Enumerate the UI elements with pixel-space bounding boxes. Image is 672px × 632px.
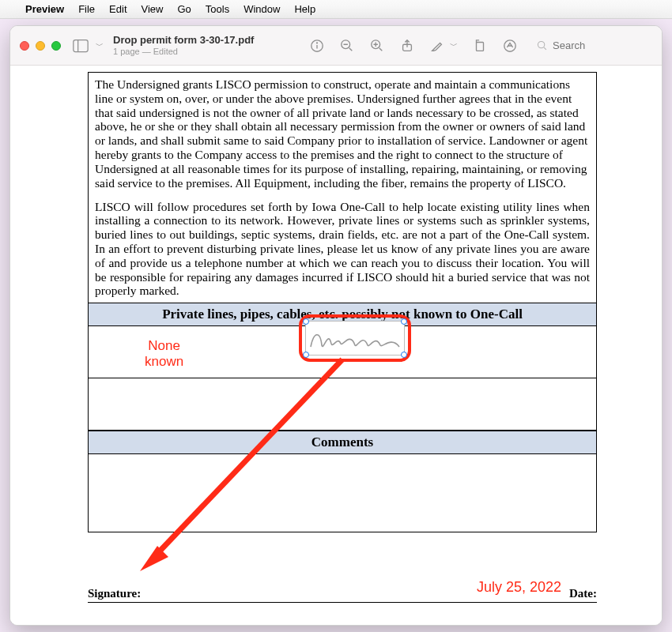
svg-point-15 <box>538 41 544 47</box>
document-viewport[interactable]: The Undersigned grants LISCO permission … <box>10 66 662 625</box>
resize-handle-bl[interactable] <box>303 352 309 358</box>
menu-help[interactable]: Help <box>294 3 315 15</box>
search-field[interactable] <box>532 37 652 54</box>
date-label: Date: <box>569 587 597 600</box>
signature-label: Signature: <box>88 587 141 600</box>
svg-line-6 <box>349 47 353 51</box>
signature-image[interactable] <box>305 321 405 356</box>
svg-marker-18 <box>140 546 168 571</box>
comments-header: Comments <box>89 431 596 454</box>
share-icon[interactable] <box>399 38 415 54</box>
titlebar: ﹀ Drop permit form 3-30-17.pdf 1 page — … <box>10 26 662 66</box>
signature-annotation-selected[interactable] <box>299 314 411 362</box>
pdf-page: The Undersigned grants LISCO permission … <box>18 66 654 625</box>
traffic-lights <box>20 41 61 51</box>
svg-line-16 <box>544 47 546 50</box>
permission-paragraph-1: The Undersigned grants LISCO permission … <box>89 73 596 195</box>
rotate-icon[interactable] <box>472 38 488 54</box>
markup-icon[interactable] <box>502 38 518 54</box>
zoom-out-icon[interactable] <box>339 38 355 54</box>
menu-window[interactable]: Window <box>244 3 280 15</box>
resize-handle-tl[interactable] <box>303 318 309 325</box>
highlight-icon[interactable] <box>429 38 445 54</box>
resize-handle-br[interactable] <box>401 352 407 358</box>
permission-paragraph-2: LISCO will follow procedures set forth b… <box>89 195 596 303</box>
private-lines-row-2 <box>89 378 596 431</box>
toolbar: ﹀ <box>309 37 652 54</box>
menu-edit[interactable]: Edit <box>109 3 126 15</box>
search-icon <box>537 40 548 51</box>
zoom-in-icon[interactable] <box>369 38 385 54</box>
document-subtitle: 1 page — Edited <box>113 47 263 57</box>
sidebar-options-chevron-icon[interactable]: ﹀ <box>96 40 104 51</box>
info-icon[interactable] <box>309 38 325 54</box>
comments-row <box>89 454 596 532</box>
form-table: The Undersigned grants LISCO permission … <box>88 72 597 532</box>
svg-line-9 <box>379 47 383 51</box>
menu-view[interactable]: View <box>142 3 164 15</box>
svg-point-4 <box>317 42 318 43</box>
macos-menubar: Preview File Edit View Go Tools Window H… <box>0 0 672 19</box>
zoom-window-button[interactable] <box>51 41 61 51</box>
resize-handle-tr[interactable] <box>401 318 407 325</box>
svg-rect-13 <box>477 42 484 51</box>
menu-file[interactable]: File <box>78 3 95 15</box>
document-title-block: Drop permit form 3-30-17.pdf 1 page — Ed… <box>113 35 263 57</box>
document-title: Drop permit form 3-30-17.pdf <box>113 35 263 47</box>
app-menu[interactable]: Preview <box>25 3 64 15</box>
search-input[interactable] <box>553 40 647 51</box>
menu-tools[interactable]: Tools <box>206 3 229 15</box>
close-window-button[interactable] <box>20 41 29 51</box>
svg-rect-0 <box>74 40 88 51</box>
annotation-date[interactable]: July 25, 2022 <box>477 579 561 596</box>
signature-scribble-icon <box>306 322 406 356</box>
sidebar-toggle-button[interactable] <box>70 37 91 55</box>
menu-go[interactable]: Go <box>177 3 191 15</box>
annotation-none-known[interactable]: None known <box>145 338 183 371</box>
preview-window: ﹀ Drop permit form 3-30-17.pdf 1 page — … <box>9 25 663 626</box>
highlight-options-chevron-icon[interactable]: ﹀ <box>450 40 458 51</box>
minimize-window-button[interactable] <box>36 41 45 51</box>
